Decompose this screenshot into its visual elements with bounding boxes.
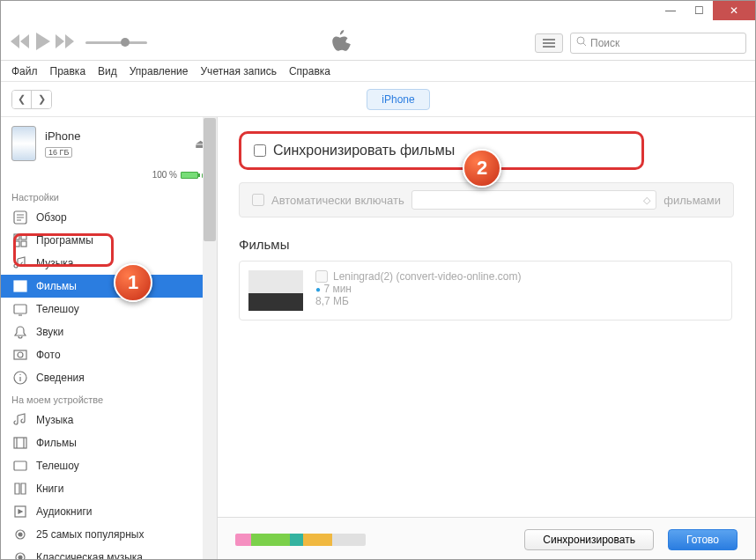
svg-rect-11: [14, 438, 26, 448]
menu-controls[interactable]: Управление: [130, 65, 189, 77]
sidebar-item-label: 25 самых популярных: [36, 528, 144, 541]
film-size: 8,7 МБ: [315, 295, 521, 307]
gear-icon: [13, 527, 27, 542]
bottom-bar: Синхронизировать Готово: [218, 517, 755, 560]
sidebar-item-label: Телешоу: [36, 460, 79, 472]
svg-rect-2: [14, 234, 19, 239]
film-list-item[interactable]: Leningrad(2) (convert-video-online.com) …: [239, 261, 732, 321]
next-track-button[interactable]: [56, 34, 75, 52]
sidebar-ondevice-music[interactable]: Музыка: [1, 409, 217, 431]
music-icon: [13, 413, 27, 427]
tv-icon: [13, 459, 27, 473]
sidebar-item-label: Аудиокниги: [36, 505, 93, 518]
menu-account[interactable]: Учетная запись: [201, 65, 277, 77]
prev-track-button[interactable]: [10, 34, 29, 52]
auto-include-row: Автоматически включать ◇ фильмами: [239, 182, 734, 217]
svg-rect-5: [21, 241, 26, 247]
sidebar-ondevice-header: На моем устройстве: [1, 389, 217, 409]
sidebar-item-info[interactable]: Сведения: [1, 366, 217, 389]
menu-view[interactable]: Вид: [98, 65, 117, 77]
film-thumbnail: [248, 270, 303, 311]
device-capacity: 16 ГБ: [45, 147, 72, 158]
sidebar-settings-header: Настройки: [1, 187, 217, 206]
device-header[interactable]: iPhone 16 ГБ ⏏: [1, 117, 217, 170]
sidebar-item-label: Музыка: [36, 414, 73, 426]
sidebar-item-tv[interactable]: Телешоу: [1, 298, 217, 321]
sidebar-item-summary[interactable]: Обзор: [1, 206, 217, 229]
sidebar-item-label: Сведения: [36, 372, 85, 384]
apple-logo-icon: [331, 30, 351, 56]
sidebar-ondevice-classical[interactable]: Классическая музыка: [1, 546, 217, 560]
maximize-button[interactable]: ☐: [685, 1, 713, 20]
sidebar-item-label: Программы: [36, 234, 93, 247]
menu-file[interactable]: Файл: [11, 65, 38, 77]
search-icon: [576, 36, 587, 49]
auto-include-select[interactable]: ◇: [411, 190, 657, 210]
films-icon: [13, 436, 27, 450]
list-view-button[interactable]: [535, 33, 563, 53]
close-button[interactable]: ✕: [713, 1, 755, 20]
film-title: Leningrad(2) (convert-video-online.com): [333, 270, 521, 283]
device-thumbnail-icon: [11, 126, 36, 161]
search-input[interactable]: Поиск: [570, 33, 746, 54]
gear-icon: [13, 550, 27, 560]
auto-include-checkbox[interactable]: [252, 194, 264, 206]
storage-bar: [235, 534, 366, 546]
menu-bar: Файл Правка Вид Управление Учетная запис…: [1, 61, 755, 82]
battery-status: 100 % ▸: [1, 170, 217, 187]
bell-icon: [13, 325, 27, 339]
play-button[interactable]: [34, 33, 50, 54]
film-checkbox[interactable]: [315, 270, 328, 283]
photo-icon: [13, 348, 27, 362]
sync-movies-label: Синхронизировать фильмы: [273, 143, 455, 158]
search-placeholder: Поиск: [590, 37, 619, 49]
sidebar-item-label: Книги: [36, 483, 63, 495]
sidebar-item-label: Фильмы: [36, 437, 77, 449]
nav-back-button[interactable]: ❮: [12, 91, 32, 108]
sync-movies-row: Синхронизировать фильмы: [239, 131, 644, 170]
svg-point-15: [19, 533, 22, 536]
done-button[interactable]: Готово: [668, 529, 737, 550]
device-name: iPhone: [45, 129, 186, 143]
sidebar-item-apps[interactable]: Программы: [1, 229, 217, 252]
sidebar-ondevice-audiobooks[interactable]: Аудиокниги: [1, 500, 217, 523]
sidebar-scrollbar[interactable]: [203, 117, 217, 560]
sidebar-item-label: Звуки: [36, 326, 63, 338]
auto-include-label: Автоматически включать: [271, 194, 404, 207]
sidebar-item-music[interactable]: Музыка: [1, 252, 217, 275]
nav-forward-button[interactable]: ❯: [32, 91, 51, 108]
breadcrumb-device[interactable]: iPhone: [367, 89, 429, 110]
svg-rect-4: [14, 241, 19, 247]
battery-percent: 100 %: [152, 170, 177, 180]
sidebar-item-photos[interactable]: Фото: [1, 343, 217, 366]
apps-icon: [13, 233, 27, 247]
svg-point-0: [577, 37, 584, 44]
minimize-button[interactable]: —: [656, 1, 685, 20]
sidebar-item-sounds[interactable]: Звуки: [1, 321, 217, 343]
svg-point-9: [18, 352, 23, 357]
auto-include-suffix: фильмами: [663, 194, 721, 207]
playback-bar: Поиск: [1, 26, 755, 61]
book-icon: [13, 482, 27, 496]
menu-edit[interactable]: Правка: [50, 65, 86, 77]
sync-movies-checkbox[interactable]: [254, 144, 266, 157]
sidebar-ondevice-top25[interactable]: 25 самых популярных: [1, 523, 217, 546]
sidebar-item-label: Классическая музыка: [36, 551, 143, 560]
window-controls: — ☐ ✕: [1, 1, 755, 26]
audiobook-icon: [13, 505, 27, 519]
svg-rect-12: [14, 461, 26, 470]
sync-button[interactable]: Синхронизировать: [524, 529, 654, 550]
info-icon: [13, 371, 27, 385]
breadcrumb-row: ❮ ❯ iPhone: [1, 82, 755, 117]
volume-slider[interactable]: [85, 41, 147, 44]
menu-help[interactable]: Справка: [289, 65, 330, 77]
film-duration: 7 мин: [323, 283, 352, 295]
sidebar-item-films[interactable]: Фильмы: [1, 275, 217, 298]
films-section-header: Фильмы: [239, 237, 734, 252]
sidebar-ondevice-films[interactable]: Фильмы: [1, 431, 217, 454]
sidebar: iPhone 16 ГБ ⏏ 100 % ▸ Настройки Обзор П…: [1, 117, 218, 560]
unwatched-dot-icon: ●: [315, 284, 321, 294]
sidebar-ondevice-books[interactable]: Книги: [1, 477, 217, 500]
callout-2: 2: [463, 149, 501, 188]
sidebar-ondevice-tv[interactable]: Телешоу: [1, 454, 217, 477]
